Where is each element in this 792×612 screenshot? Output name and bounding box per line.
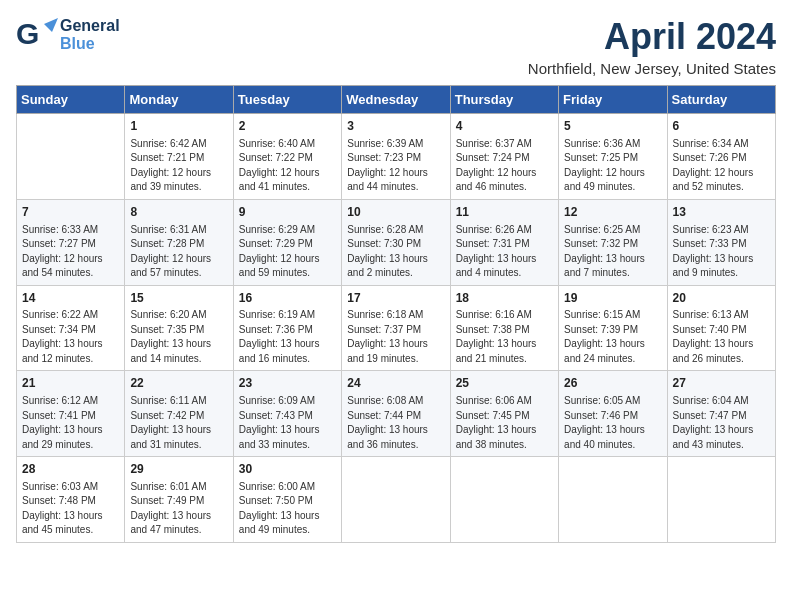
day-content: Sunrise: 6:13 AMSunset: 7:40 PMDaylight:… xyxy=(673,308,770,366)
day-content: Sunrise: 6:06 AMSunset: 7:45 PMDaylight:… xyxy=(456,394,553,452)
day-number: 11 xyxy=(456,204,553,221)
calendar-cell: 17Sunrise: 6:18 AMSunset: 7:37 PMDayligh… xyxy=(342,285,450,371)
calendar-week-1: 1Sunrise: 6:42 AMSunset: 7:21 PMDaylight… xyxy=(17,114,776,200)
day-content: Sunrise: 6:08 AMSunset: 7:44 PMDaylight:… xyxy=(347,394,444,452)
day-content: Sunrise: 6:26 AMSunset: 7:31 PMDaylight:… xyxy=(456,223,553,281)
day-content: Sunrise: 6:20 AMSunset: 7:35 PMDaylight:… xyxy=(130,308,227,366)
day-number: 30 xyxy=(239,461,336,478)
day-content: Sunrise: 6:11 AMSunset: 7:42 PMDaylight:… xyxy=(130,394,227,452)
day-number: 26 xyxy=(564,375,661,392)
calendar-cell xyxy=(342,457,450,543)
day-content: Sunrise: 6:19 AMSunset: 7:36 PMDaylight:… xyxy=(239,308,336,366)
day-number: 3 xyxy=(347,118,444,135)
calendar-cell: 16Sunrise: 6:19 AMSunset: 7:36 PMDayligh… xyxy=(233,285,341,371)
calendar-cell: 19Sunrise: 6:15 AMSunset: 7:39 PMDayligh… xyxy=(559,285,667,371)
day-content: Sunrise: 6:00 AMSunset: 7:50 PMDaylight:… xyxy=(239,480,336,538)
calendar-cell: 25Sunrise: 6:06 AMSunset: 7:45 PMDayligh… xyxy=(450,371,558,457)
day-number: 14 xyxy=(22,290,119,307)
day-number: 21 xyxy=(22,375,119,392)
day-content: Sunrise: 6:05 AMSunset: 7:46 PMDaylight:… xyxy=(564,394,661,452)
day-number: 7 xyxy=(22,204,119,221)
calendar-cell: 22Sunrise: 6:11 AMSunset: 7:42 PMDayligh… xyxy=(125,371,233,457)
calendar-cell xyxy=(559,457,667,543)
day-header-thursday: Thursday xyxy=(450,86,558,114)
day-number: 22 xyxy=(130,375,227,392)
page-subtitle: Northfield, New Jersey, United States xyxy=(528,60,776,77)
calendar-cell: 21Sunrise: 6:12 AMSunset: 7:41 PMDayligh… xyxy=(17,371,125,457)
day-number: 10 xyxy=(347,204,444,221)
logo-line1: General xyxy=(60,17,120,35)
day-number: 18 xyxy=(456,290,553,307)
calendar-cell: 1Sunrise: 6:42 AMSunset: 7:21 PMDaylight… xyxy=(125,114,233,200)
calendar-cell: 13Sunrise: 6:23 AMSunset: 7:33 PMDayligh… xyxy=(667,199,775,285)
day-content: Sunrise: 6:33 AMSunset: 7:27 PMDaylight:… xyxy=(22,223,119,281)
day-content: Sunrise: 6:15 AMSunset: 7:39 PMDaylight:… xyxy=(564,308,661,366)
calendar-week-5: 28Sunrise: 6:03 AMSunset: 7:48 PMDayligh… xyxy=(17,457,776,543)
day-number: 23 xyxy=(239,375,336,392)
calendar-cell: 9Sunrise: 6:29 AMSunset: 7:29 PMDaylight… xyxy=(233,199,341,285)
calendar-cell: 10Sunrise: 6:28 AMSunset: 7:30 PMDayligh… xyxy=(342,199,450,285)
title-block: April 2024 Northfield, New Jersey, Unite… xyxy=(528,16,776,77)
day-number: 4 xyxy=(456,118,553,135)
day-number: 9 xyxy=(239,204,336,221)
calendar-cell xyxy=(450,457,558,543)
calendar-cell: 5Sunrise: 6:36 AMSunset: 7:25 PMDaylight… xyxy=(559,114,667,200)
day-number: 20 xyxy=(673,290,770,307)
calendar-cell: 2Sunrise: 6:40 AMSunset: 7:22 PMDaylight… xyxy=(233,114,341,200)
day-content: Sunrise: 6:34 AMSunset: 7:26 PMDaylight:… xyxy=(673,137,770,195)
calendar-cell: 29Sunrise: 6:01 AMSunset: 7:49 PMDayligh… xyxy=(125,457,233,543)
page-header: G General Blue April 2024 Northfield, Ne… xyxy=(16,16,776,77)
day-content: Sunrise: 6:09 AMSunset: 7:43 PMDaylight:… xyxy=(239,394,336,452)
svg-text:G: G xyxy=(16,17,39,50)
day-number: 27 xyxy=(673,375,770,392)
logo-icon: G xyxy=(16,16,58,54)
day-number: 12 xyxy=(564,204,661,221)
calendar-cell xyxy=(17,114,125,200)
svg-marker-1 xyxy=(44,18,58,32)
day-number: 24 xyxy=(347,375,444,392)
day-number: 25 xyxy=(456,375,553,392)
day-content: Sunrise: 6:01 AMSunset: 7:49 PMDaylight:… xyxy=(130,480,227,538)
day-content: Sunrise: 6:28 AMSunset: 7:30 PMDaylight:… xyxy=(347,223,444,281)
day-content: Sunrise: 6:29 AMSunset: 7:29 PMDaylight:… xyxy=(239,223,336,281)
day-content: Sunrise: 6:22 AMSunset: 7:34 PMDaylight:… xyxy=(22,308,119,366)
day-content: Sunrise: 6:31 AMSunset: 7:28 PMDaylight:… xyxy=(130,223,227,281)
day-content: Sunrise: 6:40 AMSunset: 7:22 PMDaylight:… xyxy=(239,137,336,195)
day-content: Sunrise: 6:03 AMSunset: 7:48 PMDaylight:… xyxy=(22,480,119,538)
day-number: 19 xyxy=(564,290,661,307)
calendar-cell: 20Sunrise: 6:13 AMSunset: 7:40 PMDayligh… xyxy=(667,285,775,371)
day-number: 1 xyxy=(130,118,227,135)
day-number: 2 xyxy=(239,118,336,135)
calendar-week-3: 14Sunrise: 6:22 AMSunset: 7:34 PMDayligh… xyxy=(17,285,776,371)
day-header-wednesday: Wednesday xyxy=(342,86,450,114)
calendar-cell: 23Sunrise: 6:09 AMSunset: 7:43 PMDayligh… xyxy=(233,371,341,457)
logo-line2: Blue xyxy=(60,35,120,53)
day-number: 29 xyxy=(130,461,227,478)
calendar-week-4: 21Sunrise: 6:12 AMSunset: 7:41 PMDayligh… xyxy=(17,371,776,457)
calendar-week-2: 7Sunrise: 6:33 AMSunset: 7:27 PMDaylight… xyxy=(17,199,776,285)
day-number: 6 xyxy=(673,118,770,135)
calendar-table: SundayMondayTuesdayWednesdayThursdayFrid… xyxy=(16,85,776,543)
calendar-cell xyxy=(667,457,775,543)
calendar-cell: 11Sunrise: 6:26 AMSunset: 7:31 PMDayligh… xyxy=(450,199,558,285)
day-number: 17 xyxy=(347,290,444,307)
calendar-cell: 3Sunrise: 6:39 AMSunset: 7:23 PMDaylight… xyxy=(342,114,450,200)
logo: G General Blue xyxy=(16,16,120,54)
day-header-monday: Monday xyxy=(125,86,233,114)
day-header-tuesday: Tuesday xyxy=(233,86,341,114)
day-content: Sunrise: 6:39 AMSunset: 7:23 PMDaylight:… xyxy=(347,137,444,195)
day-content: Sunrise: 6:37 AMSunset: 7:24 PMDaylight:… xyxy=(456,137,553,195)
day-content: Sunrise: 6:18 AMSunset: 7:37 PMDaylight:… xyxy=(347,308,444,366)
calendar-cell: 14Sunrise: 6:22 AMSunset: 7:34 PMDayligh… xyxy=(17,285,125,371)
day-content: Sunrise: 6:04 AMSunset: 7:47 PMDaylight:… xyxy=(673,394,770,452)
calendar-cell: 18Sunrise: 6:16 AMSunset: 7:38 PMDayligh… xyxy=(450,285,558,371)
day-number: 13 xyxy=(673,204,770,221)
day-number: 28 xyxy=(22,461,119,478)
calendar-cell: 27Sunrise: 6:04 AMSunset: 7:47 PMDayligh… xyxy=(667,371,775,457)
day-content: Sunrise: 6:23 AMSunset: 7:33 PMDaylight:… xyxy=(673,223,770,281)
day-content: Sunrise: 6:36 AMSunset: 7:25 PMDaylight:… xyxy=(564,137,661,195)
calendar-cell: 7Sunrise: 6:33 AMSunset: 7:27 PMDaylight… xyxy=(17,199,125,285)
day-header-friday: Friday xyxy=(559,86,667,114)
day-content: Sunrise: 6:12 AMSunset: 7:41 PMDaylight:… xyxy=(22,394,119,452)
page-title: April 2024 xyxy=(528,16,776,58)
